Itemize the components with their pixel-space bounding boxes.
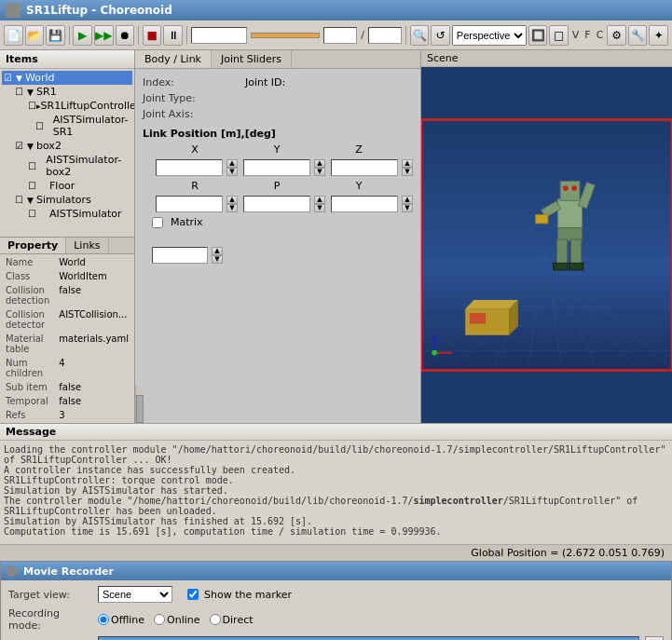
z-spinner[interactable]: ▲ ▼ [402, 159, 413, 176]
message-header: Message [0, 424, 672, 441]
tree-item-aist-box2[interactable]: ☐ AISTSimulator-box2 [2, 153, 132, 179]
tree-check-world[interactable]: ☑ [4, 73, 16, 83]
extra-btn[interactable]: ✦ [649, 25, 668, 46]
tree-item-sr1liftup[interactable]: ☐ ▸ SR1LiftupController [2, 99, 132, 113]
tree-item-world[interactable]: ☑ ▼ World [2, 71, 132, 85]
mode-direct-radio[interactable] [210, 614, 221, 625]
matrix-label: Matrix [171, 216, 203, 228]
tree-check-floor[interactable]: ☐ [28, 181, 40, 191]
y-spin-up[interactable]: ▲ [314, 159, 325, 168]
y-spin-down[interactable]: ▼ [314, 168, 325, 176]
z-input[interactable]: 0.0000 [331, 159, 398, 176]
p-spin-down[interactable]: ▼ [314, 204, 325, 212]
tree-check-aist-sr1[interactable]: ☐ [35, 121, 46, 131]
tree-label-aist-sim: AISTSimulator [49, 208, 122, 220]
body-link-content: Index: Joint ID: Joint Type: Joint Axis:… [135, 69, 420, 386]
bottom-spin-down[interactable]: ▼ [212, 255, 223, 264]
view-btn1[interactable]: 🔲 [528, 25, 548, 46]
props-table: Name World Class WorldItem Collisiondete… [0, 254, 134, 423]
save-btn[interactable]: 💾 [46, 25, 65, 46]
tree-arrow-sr1[interactable]: ▼ [27, 88, 36, 97]
mode-direct-item[interactable]: Direct [210, 614, 254, 626]
reset-btn[interactable]: ↺ [431, 25, 450, 46]
p-spinner[interactable]: ▲ ▼ [314, 196, 325, 212]
y2-spinner[interactable]: ▲ ▼ [402, 196, 413, 212]
directory-browse-btn[interactable]: 📁 [645, 636, 664, 640]
prop-row-sub-item: Sub item false [2, 381, 132, 393]
tree-item-aist-sim[interactable]: ☐ AISTSimulator [2, 207, 132, 221]
tree-item-floor[interactable]: ☐ Floor [2, 179, 132, 193]
perspective-select[interactable]: Perspective [452, 25, 527, 46]
bottom-input[interactable]: 0.00 [152, 247, 208, 264]
message-content[interactable]: Loading the controller module "/home/hat… [0, 441, 672, 544]
tree-check-simulators[interactable]: ☐ [15, 195, 27, 205]
tree-arrow-world[interactable]: ▼ [16, 74, 25, 83]
scene-view[interactable] [421, 67, 672, 423]
y-col-label: Y [238, 143, 316, 156]
tree-check-aist-sim[interactable]: ☐ [28, 209, 40, 219]
y-input[interactable]: 0.0000 [243, 159, 310, 176]
tree-area[interactable]: ☑ ▼ World ☐ ▼ SR1 ☐ ▸ SR1LiftupControlle… [0, 69, 134, 237]
p-input[interactable]: 0.0 [243, 196, 310, 212]
r-spin-down[interactable]: ▼ [226, 204, 238, 212]
x-spin-up[interactable]: ▲ [226, 159, 238, 168]
r-input[interactable]: 0.0 [156, 196, 223, 212]
tab-joint-sliders[interactable]: Joint Sliders [212, 50, 292, 68]
tab-links[interactable]: Links [66, 238, 108, 253]
mode-online-item[interactable]: Online [154, 614, 199, 626]
pause-btn[interactable]: ⏸ [163, 25, 183, 46]
open-btn[interactable]: 📂 [25, 25, 45, 46]
z-spin-up[interactable]: ▲ [402, 159, 413, 168]
time-to-input[interactable]: 15.67 [368, 27, 402, 44]
y-spinner[interactable]: ▲ ▼ [314, 159, 325, 176]
target-view-select[interactable]: Scene [98, 586, 172, 603]
p-spin-up[interactable]: ▲ [314, 196, 325, 204]
tab-property[interactable]: Property [0, 238, 66, 253]
tree-check-aist-box2[interactable]: ☐ [28, 161, 38, 171]
tab-body-link[interactable]: Body / Link [135, 50, 212, 68]
r-spin-up[interactable]: ▲ [226, 196, 238, 204]
prop-key-name: Name [2, 256, 53, 268]
mode-offline-radio[interactable] [98, 614, 109, 625]
tree-arrow-simulators[interactable]: ▼ [27, 196, 36, 205]
y2-spin-down[interactable]: ▼ [402, 204, 413, 212]
tree-arrow-box2[interactable]: ▼ [27, 142, 36, 151]
tree-check-box2[interactable]: ☑ [15, 141, 27, 151]
tree-item-aist-sr1[interactable]: ☐ AISTSimulator-SR1 [2, 113, 132, 139]
x-input[interactable]: 0.0000 [156, 159, 223, 176]
bottom-spinner[interactable]: ▲ ▼ [212, 247, 223, 264]
zoom-fit-btn[interactable]: 🔍 [410, 25, 430, 46]
x-spinner[interactable]: ▲ ▼ [226, 159, 238, 176]
record-anim-btn[interactable]: ⏺ [116, 25, 135, 46]
settings-btn[interactable]: ⚙ [607, 25, 626, 46]
y2-spin-up[interactable]: ▲ [402, 196, 413, 204]
msg-line-2: A controller instance has successfully b… [4, 465, 668, 475]
play-btn[interactable]: ▶ [73, 25, 92, 46]
tools-btn[interactable]: 🔧 [628, 25, 648, 46]
stop-btn[interactable]: ■ [143, 25, 162, 46]
view-btn2[interactable]: □ [549, 25, 569, 46]
mode-online-radio[interactable] [154, 614, 165, 625]
tree-check-sr1[interactable]: ☐ [15, 87, 27, 97]
play-fast-btn[interactable]: ▶▶ [94, 25, 114, 46]
x-spin-down[interactable]: ▼ [226, 168, 238, 176]
mode-offline-item[interactable]: Offline [98, 614, 144, 626]
matrix-checkbox[interactable] [152, 217, 163, 228]
new-btn[interactable]: 📄 [4, 25, 23, 46]
time-slider[interactable] [251, 33, 320, 38]
time-from-input[interactable]: 0.00 [323, 27, 357, 44]
tree-check-sr1liftup[interactable]: ☐ [28, 101, 36, 111]
r-spinner[interactable]: ▲ ▼ [226, 196, 238, 212]
mode-offline-label: Offline [111, 614, 144, 626]
time-input[interactable]: 15.672 [191, 27, 247, 44]
scroll-thumb[interactable] [136, 395, 144, 423]
center-scrollbar[interactable] [135, 386, 143, 423]
tree-item-box2[interactable]: ☑ ▼ box2 [2, 139, 132, 153]
tree-item-sr1[interactable]: ☐ ▼ SR1 [2, 85, 132, 99]
z-spin-down[interactable]: ▼ [402, 168, 413, 176]
tree-item-simulators[interactable]: ☐ ▼ Simulators [2, 193, 132, 207]
show-marker-checkbox[interactable] [187, 589, 199, 600]
y2-input[interactable]: 0.0 [331, 196, 398, 212]
bottom-spin-up[interactable]: ▲ [212, 247, 223, 255]
directory-input[interactable]: /home/choreonoid/tmp [98, 636, 639, 640]
